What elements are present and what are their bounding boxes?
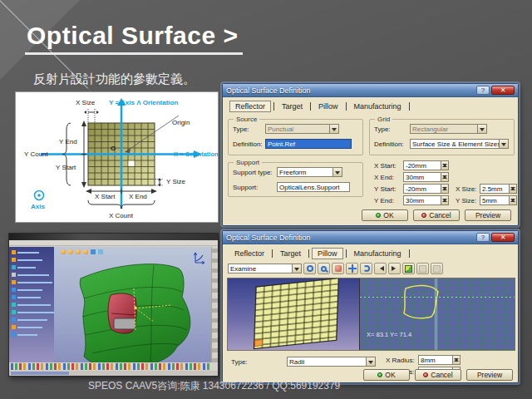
ok-button[interactable]: OK [363, 369, 410, 381]
support-field[interactable]: OpticalLens.Support [277, 182, 350, 192]
x-size-field[interactable]: 2.5mm [480, 184, 510, 194]
tree-item[interactable] [12, 250, 54, 254]
grid-view-icon[interactable] [402, 263, 415, 274]
grid-definition-label: Definition: [374, 140, 407, 148]
mesh-3d-view[interactable] [228, 278, 359, 350]
grid-type-select[interactable]: Rectangular [410, 124, 478, 134]
catia-right-toolbar[interactable] [211, 247, 218, 362]
pan-icon[interactable] [332, 263, 344, 274]
toolbar-icon[interactable] [68, 249, 73, 254]
move-icon[interactable] [346, 263, 358, 274]
spinner-icon[interactable] [441, 172, 449, 182]
chevron-down-icon[interactable] [367, 357, 376, 367]
selected-cell [254, 340, 262, 347]
spinner-icon[interactable] [453, 355, 461, 365]
preview-button[interactable]: Preview [466, 369, 513, 381]
label-axis: Axis [31, 203, 45, 210]
grid-parameter-diagram: X Size Y = Axis Λ Orientation Origin O Y… [15, 91, 219, 223]
spinner-icon[interactable] [441, 184, 449, 194]
catia-bottom-toolbar[interactable] [11, 363, 209, 370]
label-y-size: Y Size [166, 178, 185, 185]
catia-window [8, 233, 219, 377]
tree-item[interactable] [12, 265, 54, 269]
spinner-icon[interactable] [441, 195, 449, 205]
chevron-down-icon[interactable] [478, 124, 487, 134]
plate-surface [114, 318, 135, 329]
tab-pillow[interactable]: Pillow [312, 248, 343, 259]
tab-manufacturing[interactable]: Manufacturing [349, 249, 406, 259]
next-step-icon[interactable] [388, 263, 401, 274]
y-size-field[interactable]: 5mm [480, 195, 510, 205]
label-x-count: X Count [109, 212, 133, 219]
y-start-field[interactable]: -20mm [403, 184, 441, 194]
chevron-down-icon[interactable] [333, 167, 342, 177]
x-radius-label: X Radius: [386, 357, 416, 364]
axis-icon-dot [37, 194, 41, 197]
spinner-icon[interactable] [510, 195, 517, 205]
preview-viewport: X= 83.1 Y= 71.4 [227, 278, 515, 351]
pillow-type-select[interactable]: Radii [287, 357, 367, 367]
x-end-field[interactable]: 30mm [403, 172, 441, 182]
orbit-icon[interactable] [303, 263, 316, 274]
toolbar-icon[interactable] [91, 249, 96, 254]
label-y-start: Y Start [56, 164, 76, 171]
support-type-select[interactable]: Freeform [277, 167, 333, 177]
ok-button[interactable]: OK [362, 209, 408, 221]
pillow-outline [360, 278, 515, 350]
presentation-slide: Optical Surface > 反射片設計功能的參數定義。 [0, 0, 532, 399]
zoom-icon[interactable] [318, 263, 330, 274]
rotate-icon[interactable] [360, 263, 372, 274]
close-icon[interactable]: ✕ [491, 233, 515, 242]
preview-button[interactable]: Preview [465, 209, 511, 221]
tab-manufacturing[interactable]: Manufacturing [349, 101, 406, 111]
x-start-field[interactable]: -20mm [403, 160, 441, 170]
spinner-icon[interactable] [441, 160, 449, 170]
tree-item[interactable] [12, 273, 54, 277]
tree-item[interactable] [12, 303, 54, 307]
spinner-icon[interactable] [510, 184, 517, 194]
tab-strip: Reflector Target Pillow Manufacturing [229, 248, 412, 259]
tree-item[interactable] [12, 280, 54, 284]
toolbar-icon[interactable] [98, 249, 103, 254]
tree-item[interactable] [12, 325, 54, 329]
support-legend: Support [234, 159, 262, 166]
cancel-button[interactable]: Cancel [415, 369, 461, 381]
grid-definition-select[interactable]: Surface Size & Element Sizes [410, 139, 500, 149]
grid-2d-view[interactable]: X= 83.1 Y= 71.4 [359, 278, 515, 350]
source-legend: Source [234, 116, 259, 123]
car-surface-model [56, 255, 211, 362]
tree-item[interactable] [12, 318, 54, 322]
first-step-icon[interactable] [374, 263, 387, 274]
chevron-down-icon[interactable] [500, 139, 509, 149]
tab-pillow[interactable]: Pillow [313, 101, 343, 111]
slide-title: Optical Surface > [25, 22, 243, 55]
x-radius-field[interactable]: 8mm [418, 355, 453, 365]
toolbar-icon[interactable] [61, 249, 66, 254]
help-icon[interactable]: ? [476, 233, 490, 242]
tab-reflector[interactable]: Reflector [229, 101, 271, 112]
tree-item[interactable] [12, 332, 54, 337]
chevron-down-icon[interactable] [293, 264, 302, 273]
source-definition-field[interactable]: Point.Ref [265, 139, 352, 149]
y-end-field[interactable]: 30mm [403, 195, 441, 205]
dialog-title: Optical Surface Definition [226, 234, 311, 242]
tree-item[interactable] [12, 288, 54, 292]
tab-target[interactable]: Target [275, 249, 306, 259]
catia-toolbar [61, 249, 103, 254]
tree-item[interactable] [12, 258, 54, 262]
tab-reflector[interactable]: Reflector [229, 249, 269, 259]
tab-target[interactable]: Target [277, 101, 308, 111]
toolbar-icon[interactable] [76, 249, 81, 254]
help-icon[interactable]: ? [476, 86, 490, 95]
close-icon[interactable]: ✕ [491, 86, 515, 95]
tree-item[interactable] [12, 310, 54, 314]
toolbar-icon[interactable] [83, 249, 88, 254]
catia-titlebar [9, 234, 218, 240]
view-mode-select[interactable]: Examine [228, 264, 293, 273]
cancel-button[interactable]: Cancel [413, 209, 460, 221]
tree-item[interactable] [12, 295, 54, 299]
pillow-mesh [228, 278, 359, 350]
chevron-down-icon[interactable] [330, 124, 339, 134]
dialog-title: Optical Surface Definition [226, 86, 311, 95]
source-type-select[interactable]: Punctual [265, 124, 330, 134]
